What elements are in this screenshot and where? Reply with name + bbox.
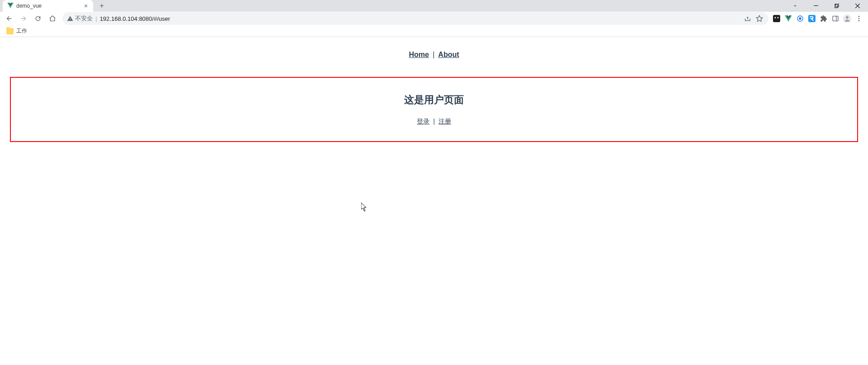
nav-home-link[interactable]: Home (409, 51, 429, 58)
security-warning[interactable]: 不安全 (67, 14, 93, 23)
bookmark-label: 工作 (16, 27, 27, 35)
user-page-box: 这是用户页面 登录 | 注册 (10, 77, 858, 142)
window-controls (785, 0, 868, 12)
tab-title: demo_vue (16, 3, 83, 9)
kebab-menu-icon[interactable] (854, 14, 863, 23)
address-bar-row: 不安全 | 192.168.0.104:8080/#/user (0, 12, 868, 25)
svg-rect-3 (773, 15, 780, 22)
nav-about-link[interactable]: About (438, 51, 459, 58)
warning-icon (67, 15, 73, 22)
reload-button[interactable] (32, 12, 44, 25)
tab-search-icon[interactable] (785, 0, 806, 12)
maximize-icon[interactable] (826, 0, 847, 12)
page-heading: 这是用户页面 (11, 93, 857, 107)
svg-point-5 (777, 17, 779, 19)
bookmark-star-icon[interactable] (755, 14, 764, 23)
close-window-icon[interactable] (847, 0, 868, 12)
bookmark-folder[interactable]: 工作 (4, 26, 30, 36)
svg-rect-1 (835, 5, 838, 8)
nav-separator: | (433, 51, 434, 58)
extension-3-icon[interactable] (796, 14, 805, 23)
svg-point-4 (775, 17, 776, 19)
browser-tab[interactable]: demo_vue × (3, 0, 93, 12)
back-button[interactable] (3, 12, 15, 25)
svg-rect-0 (814, 5, 818, 6)
close-tab-icon[interactable]: × (83, 2, 89, 9)
omnibox-separator: | (95, 15, 97, 22)
login-link[interactable]: 登录 (417, 118, 429, 125)
side-panel-icon[interactable] (831, 14, 840, 23)
home-button[interactable] (46, 12, 59, 25)
bookmarks-bar: 工作 (0, 25, 868, 37)
links-separator: | (433, 118, 435, 125)
top-nav: Home | About (0, 51, 868, 59)
profile-avatar-icon[interactable] (843, 14, 852, 23)
new-tab-button[interactable]: + (96, 0, 108, 12)
svg-point-14 (858, 18, 860, 19)
sub-links: 登录 | 注册 (11, 118, 857, 126)
mouse-cursor-icon (361, 203, 367, 212)
tab-strip: demo_vue × + (0, 0, 868, 12)
share-icon[interactable] (743, 14, 752, 23)
forward-button (17, 12, 30, 25)
omnibox[interactable]: 不安全 | 192.168.0.104:8080/#/user (62, 12, 768, 25)
svg-point-7 (799, 18, 801, 19)
vue-favicon-icon (7, 3, 14, 9)
svg-point-13 (858, 16, 860, 17)
extension-1-icon[interactable] (772, 14, 781, 23)
svg-rect-2 (835, 4, 839, 7)
extension-4-icon[interactable] (807, 14, 816, 23)
folder-icon (6, 28, 14, 34)
register-link[interactable]: 注册 (439, 118, 451, 125)
extensions-puzzle-icon[interactable] (819, 14, 828, 23)
vue-devtools-icon[interactable] (784, 14, 793, 23)
page-content: Home | About 这是用户页面 登录 | 注册 (0, 37, 868, 142)
minimize-icon[interactable] (806, 0, 826, 12)
svg-rect-9 (833, 16, 838, 21)
svg-point-12 (846, 16, 849, 19)
security-label: 不安全 (75, 14, 93, 23)
url-text: 192.168.0.104:8080/#/user (100, 15, 170, 22)
svg-point-15 (858, 20, 860, 21)
extension-icons (772, 14, 865, 23)
